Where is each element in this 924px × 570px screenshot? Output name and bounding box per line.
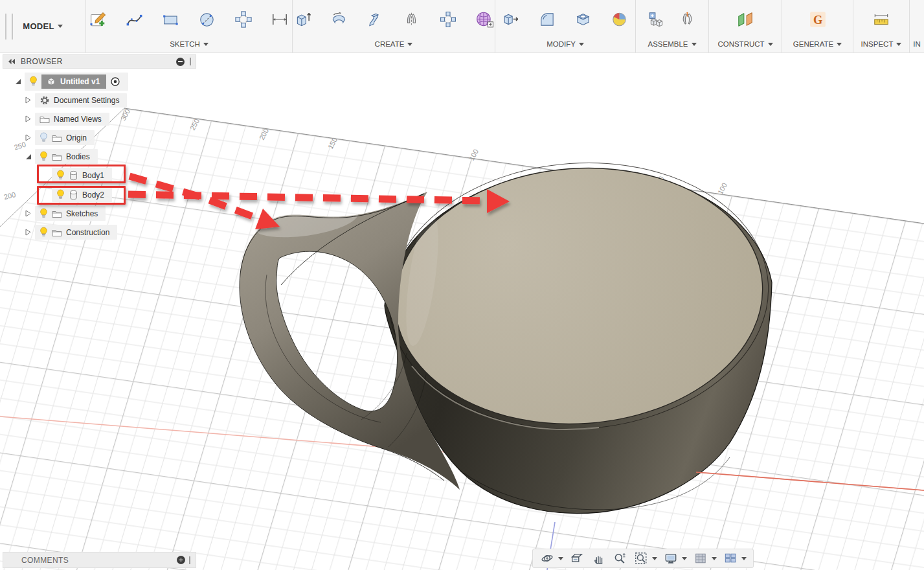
- revolve-icon: [330, 10, 349, 28]
- toolbar-group-create: CREATE: [293, 0, 495, 52]
- appearance-button[interactable]: [609, 8, 631, 30]
- svg-text:100: 100: [716, 181, 728, 196]
- orbit-icon: [540, 551, 554, 565]
- workspace-label: MODEL: [23, 21, 54, 31]
- dimension-icon: [270, 10, 289, 28]
- shell-icon: [574, 10, 593, 28]
- pattern-button[interactable]: [437, 8, 459, 30]
- spline-icon: [125, 10, 144, 28]
- extrude-button[interactable]: [292, 8, 314, 30]
- caret-expanded-icon[interactable]: [14, 78, 21, 85]
- selected-root-item[interactable]: Untitled v1: [41, 74, 106, 89]
- sweep-button[interactable]: [365, 8, 387, 30]
- caret-collapsed-icon[interactable]: [25, 134, 32, 141]
- chevron-down-icon: [407, 43, 412, 46]
- group-label-generate[interactable]: GENERATE: [793, 40, 833, 48]
- tree-row-root[interactable]: Untitled v1: [14, 73, 128, 90]
- display-settings-button[interactable]: [663, 551, 679, 566]
- sketch-pattern-button[interactable]: [232, 8, 254, 30]
- spline-button[interactable]: [124, 8, 146, 30]
- caret-collapsed-icon[interactable]: [25, 97, 32, 104]
- activate-radio-icon[interactable]: [110, 76, 120, 87]
- rectangle-button[interactable]: [160, 8, 182, 30]
- panel-resize-handle[interactable]: [189, 556, 190, 564]
- new-component-button[interactable]: [646, 8, 668, 30]
- fit-dropdown-icon[interactable]: [652, 557, 657, 560]
- browser-header[interactable]: BROWSER: [3, 54, 196, 69]
- display-settings-icon: [664, 551, 678, 565]
- orbit-dropdown-icon[interactable]: [558, 557, 563, 560]
- tree-row-named-views[interactable]: Named Views: [25, 110, 109, 128]
- chevron-down-icon: [768, 43, 773, 46]
- tree-row-sketches[interactable]: Sketches: [25, 205, 106, 222]
- bulb-on-icon[interactable]: [39, 208, 48, 219]
- group-label-modify[interactable]: MODIFY: [547, 40, 576, 48]
- toolbar-grip[interactable]: [5, 14, 13, 40]
- press-pull-button[interactable]: [500, 8, 522, 30]
- mirror-button[interactable]: [401, 8, 423, 30]
- grid-settings-button[interactable]: [693, 551, 708, 566]
- bulb-on-icon[interactable]: [39, 151, 48, 162]
- tree-row-origin[interactable]: Origin: [25, 129, 95, 146]
- viewport-canvas[interactable]: 300 250 200 150 100 0 50 100 250 200: [0, 0, 924, 570]
- sketch-dimension-button[interactable]: [269, 8, 291, 30]
- pan-hand-icon: [591, 551, 605, 565]
- toolbar-group-clipped: IN: [910, 0, 924, 52]
- fit-button[interactable]: [633, 551, 649, 566]
- chevron-down-icon: [579, 43, 584, 46]
- caret-collapsed-icon[interactable]: [25, 115, 32, 122]
- tree-item-label: Construction: [66, 228, 109, 237]
- panel-minimize-icon[interactable]: [176, 58, 185, 66]
- toolbar-group-inspect: INSPECT: [853, 0, 910, 52]
- create-sketch-button[interactable]: [87, 8, 109, 30]
- group-label-inspect[interactable]: INSPECT: [861, 40, 894, 48]
- zoom-button[interactable]: [612, 551, 627, 566]
- offset-plane-button[interactable]: [734, 8, 756, 30]
- measure-button[interactable]: [870, 8, 892, 30]
- caret-collapsed-icon[interactable]: [25, 210, 32, 217]
- comments-title: COMMENTS: [21, 556, 177, 565]
- group-label-create[interactable]: CREATE: [375, 40, 405, 48]
- gear-icon: [39, 95, 50, 106]
- collapse-panel-icon[interactable]: [8, 58, 16, 65]
- shell-button[interactable]: [572, 8, 594, 30]
- chevron-down-icon: [203, 43, 208, 46]
- tree-row-document-settings[interactable]: Document Settings: [25, 91, 127, 109]
- pattern-icon: [438, 10, 458, 28]
- viewports-button[interactable]: [723, 551, 738, 566]
- toolbar-group-generate: G GENERATE: [782, 0, 853, 52]
- toolbar-group-sketch: SKETCH: [86, 0, 293, 52]
- add-comment-icon[interactable]: [177, 556, 185, 564]
- caret-collapsed-icon[interactable]: [25, 229, 32, 236]
- bulb-off-icon[interactable]: [39, 132, 48, 143]
- joint-button[interactable]: [677, 8, 699, 30]
- group-label-clipped[interactable]: IN: [913, 40, 921, 48]
- sketch-pattern-icon: [234, 10, 253, 28]
- tree-row-bodies[interactable]: Bodies: [25, 148, 98, 165]
- grid-dropdown-icon[interactable]: [712, 557, 717, 560]
- generate-button[interactable]: G: [807, 8, 829, 30]
- panel-resize-handle[interactable]: [190, 58, 191, 65]
- comments-bar[interactable]: COMMENTS: [3, 552, 196, 568]
- viewports-dropdown-icon[interactable]: [741, 557, 747, 560]
- pan-button[interactable]: [591, 551, 606, 566]
- revolve-button[interactable]: [328, 8, 350, 30]
- fillet-button[interactable]: [536, 8, 558, 30]
- create-form-button[interactable]: [473, 8, 495, 30]
- tree-item-label: Origin: [66, 133, 87, 142]
- orbit-button[interactable]: [539, 551, 555, 566]
- display-dropdown-icon[interactable]: [682, 557, 687, 560]
- folder-icon: [52, 228, 62, 237]
- tree-item-label: Bodies: [66, 152, 90, 161]
- group-label-construct[interactable]: CONSTRUCT: [717, 40, 764, 48]
- tree-row-construction[interactable]: Construction: [25, 223, 117, 241]
- group-label-assemble[interactable]: ASSEMBLE: [648, 40, 688, 48]
- look-at-button[interactable]: [569, 551, 585, 566]
- group-label-sketch[interactable]: SKETCH: [170, 40, 200, 48]
- caret-expanded-icon[interactable]: [25, 153, 32, 160]
- circle-button[interactable]: [196, 8, 218, 30]
- root-item-label: Untitled v1: [60, 77, 100, 86]
- bulb-on-icon[interactable]: [29, 76, 38, 87]
- workspace-switcher[interactable]: MODEL: [0, 0, 86, 52]
- bulb-on-icon[interactable]: [39, 227, 48, 238]
